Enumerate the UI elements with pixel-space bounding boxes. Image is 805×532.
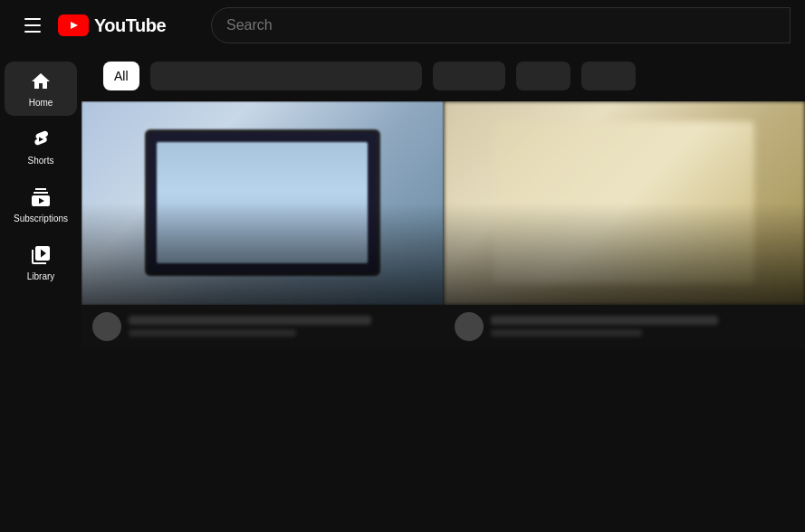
video-subtitle-2 [491, 329, 643, 337]
sidebar-item-home-label: Home [29, 98, 53, 109]
video-grid [81, 101, 805, 348]
youtube-wordmark: YouTube [94, 15, 166, 36]
sidebar: Home Shorts Subscriptions Library [0, 51, 81, 532]
video-title-2 [491, 316, 719, 325]
chip-placeholder-3[interactable] [516, 62, 570, 90]
video-subtitle-1 [129, 329, 296, 337]
header: YouTube [0, 0, 805, 51]
sidebar-item-library[interactable]: Library [5, 235, 77, 290]
menu-button[interactable] [14, 7, 51, 43]
chip-placeholder-1[interactable] [150, 62, 422, 90]
video-text-1 [129, 316, 433, 337]
library-icon [30, 244, 52, 266]
video-thumbnail-2 [444, 101, 806, 305]
shorts-icon [30, 128, 52, 150]
thumbnail-overlay-2 [444, 203, 806, 304]
sidebar-item-shorts-label: Shorts [28, 156, 54, 166]
chip-placeholder-2[interactable] [433, 62, 505, 90]
search-input[interactable] [226, 17, 775, 33]
home-icon [30, 71, 52, 92]
video-card-2[interactable] [444, 101, 806, 348]
video-info-1 [81, 305, 444, 348]
sidebar-item-library-label: Library [27, 271, 55, 282]
thumbnail-image-2 [444, 101, 806, 305]
sidebar-item-subscriptions-label: Subscriptions [14, 214, 68, 224]
youtube-play-icon [58, 14, 89, 36]
sidebar-item-shorts[interactable]: Shorts [5, 119, 77, 174]
search-input-wrapper [211, 7, 791, 43]
main-content: All [81, 51, 805, 532]
chip-all[interactable]: All [103, 62, 139, 90]
filter-chips-container: All [81, 62, 805, 101]
video-card-1[interactable] [81, 101, 444, 348]
hamburger-icon [24, 18, 41, 33]
video-info-2 [444, 305, 806, 348]
video-text-2 [491, 316, 795, 337]
sidebar-item-subscriptions[interactable]: Subscriptions [5, 177, 77, 232]
chip-placeholder-4[interactable] [581, 62, 636, 90]
thumbnail-image-1 [81, 101, 444, 305]
youtube-logo[interactable]: YouTube [58, 14, 166, 36]
sidebar-item-home[interactable]: Home [5, 62, 77, 116]
search-container [211, 7, 791, 43]
thumbnail-overlay-1 [81, 203, 444, 304]
subscriptions-icon [30, 186, 52, 208]
channel-avatar-2 [455, 312, 484, 341]
video-title-1 [129, 316, 371, 325]
channel-avatar-1 [92, 312, 121, 341]
video-thumbnail-1 [81, 101, 444, 305]
